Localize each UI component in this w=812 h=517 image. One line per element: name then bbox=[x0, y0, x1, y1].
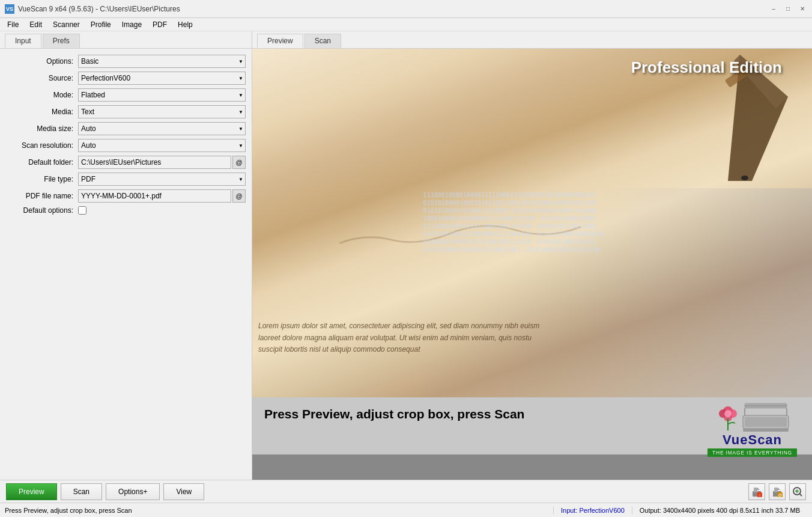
pdf-filename-select[interactable]: YYYY-MM-DD-0001+.pdf bbox=[78, 189, 231, 203]
close-button[interactable]: ✕ bbox=[798, 4, 807, 14]
app-icon: VS bbox=[5, 4, 14, 14]
pdf-filename-select-wrap: YYYY-MM-DD-0001+.pdf bbox=[78, 189, 231, 203]
main-layout: Input Prefs Options: Basic Advanced ▼ So… bbox=[0, 31, 812, 480]
preview-tabs: Preview Scan bbox=[252, 31, 812, 49]
preview-image: Professional Edition Lorem ipsum dolor s… bbox=[252, 49, 812, 397]
file-type-select-wrap: PDF JPEG TIFF PNG ▼ bbox=[78, 173, 246, 186]
options-select-wrap: Basic Advanced ▼ bbox=[78, 55, 246, 68]
preview-tab-scan[interactable]: Scan bbox=[304, 34, 341, 48]
mode-select[interactable]: Flatbed Transparency ADF bbox=[78, 88, 246, 102]
pdf-filename-label: PDF file name: bbox=[6, 192, 78, 200]
scan-to-file-button[interactable]: ↓ bbox=[748, 483, 765, 500]
file-type-select[interactable]: PDF JPEG TIFF PNG bbox=[78, 173, 246, 186]
svg-marker-19 bbox=[757, 488, 760, 490]
default-folder-select-wrap: C:\Users\IEUser\Pictures bbox=[78, 156, 231, 169]
media-size-row: Media size: Auto Letter Legal A4 ▼ bbox=[6, 122, 246, 135]
svg-marker-24 bbox=[778, 488, 780, 490]
options-plus-button[interactable]: Options+ bbox=[106, 483, 160, 500]
zoom-button[interactable] bbox=[789, 483, 806, 500]
svg-rect-13 bbox=[745, 417, 787, 427]
svg-rect-23 bbox=[774, 488, 778, 492]
file-type-row: File type: PDF JPEG TIFF PNG ▼ bbox=[6, 173, 246, 186]
media-row: Media: Text Photo Slide Negative ▼ bbox=[6, 105, 246, 118]
statusbar-right: Output: 3400x4400 pixels 400 dpi 8.5x11 … bbox=[632, 507, 807, 514]
media-label: Media: bbox=[6, 108, 78, 116]
pdf-filename-row: PDF file name: YYYY-MM-DD-0001+.pdf @ bbox=[6, 189, 246, 203]
media-select[interactable]: Text Photo Slide Negative bbox=[78, 105, 246, 118]
preview-button[interactable]: Preview bbox=[6, 483, 57, 500]
svg-rect-14 bbox=[743, 429, 789, 432]
svg-text:↓: ↓ bbox=[759, 493, 761, 497]
preview-tab-preview[interactable]: Preview bbox=[257, 34, 303, 48]
default-options-checkbox[interactable] bbox=[78, 206, 86, 215]
preview-bottom: Press Preview, adjust crop box, press Sc… bbox=[252, 397, 812, 454]
vuescan-logo-img bbox=[715, 400, 790, 433]
binary-overlay: 1110001000010000111110001101001010101000… bbox=[420, 188, 812, 397]
vuescan-logo-area: VueScan THE IMAGE IS EVERYTHING bbox=[707, 400, 797, 457]
titlebar: VS VueScan 9 x64 (9.5.63) - C:\Users\IEU… bbox=[0, 0, 812, 18]
media-size-label: Media size: bbox=[6, 124, 78, 133]
view-button[interactable]: View bbox=[163, 483, 204, 500]
options-select[interactable]: Basic Advanced bbox=[78, 55, 246, 68]
left-tabs: Input Prefs bbox=[0, 31, 252, 49]
default-folder-select[interactable]: C:\Users\IEUser\Pictures bbox=[78, 156, 231, 169]
default-folder-row: Default folder: C:\Users\IEUser\Pictures… bbox=[6, 156, 246, 169]
window-title: VueScan 9 x64 (9.5.63) - C:\Users\IEUser… bbox=[18, 5, 180, 13]
menu-image[interactable]: Image bbox=[117, 19, 147, 30]
scan-to-email-button[interactable]: @ bbox=[769, 483, 786, 500]
left-panel: Input Prefs Options: Basic Advanced ▼ So… bbox=[0, 31, 252, 480]
menu-file[interactable]: File bbox=[2, 19, 23, 30]
vuescan-slogan: THE IMAGE IS EVERYTHING bbox=[707, 448, 797, 457]
tab-prefs[interactable]: Prefs bbox=[43, 34, 80, 48]
scan-resolution-label: Scan resolution: bbox=[6, 141, 78, 150]
svg-line-28 bbox=[800, 494, 802, 496]
statusbar: Press Preview, adjust crop box, press Sc… bbox=[0, 503, 812, 517]
menu-pdf[interactable]: PDF bbox=[148, 19, 172, 30]
scan-resolution-select[interactable]: Auto 75 150 300 600 1200 bbox=[78, 139, 246, 152]
default-folder-label: Default folder: bbox=[6, 158, 78, 167]
preview-area: Professional Edition Lorem ipsum dolor s… bbox=[252, 49, 812, 480]
scanner-icon bbox=[742, 400, 790, 433]
pdf-filename-wrap: YYYY-MM-DD-0001+.pdf @ bbox=[78, 189, 246, 203]
mode-select-wrap: Flatbed Transparency ADF ▼ bbox=[78, 88, 246, 102]
options-label: Options: bbox=[6, 57, 78, 66]
default-options-label: Default options: bbox=[6, 206, 78, 215]
vuescan-brand-name: VueScan bbox=[723, 432, 782, 448]
menu-help[interactable]: Help bbox=[173, 19, 198, 30]
statusbar-left: Press Preview, adjust crop box, press Sc… bbox=[5, 507, 553, 514]
default-options-row: Default options: bbox=[6, 206, 246, 215]
minimize-button[interactable]: – bbox=[769, 4, 778, 14]
scan-visual: Professional Edition Lorem ipsum dolor s… bbox=[252, 49, 812, 397]
source-row: Source: PerfectionV600 ▼ bbox=[6, 72, 246, 85]
right-panel: Preview Scan bbox=[252, 31, 812, 480]
source-select-wrap: PerfectionV600 ▼ bbox=[78, 72, 246, 85]
scan-resolution-row: Scan resolution: Auto 75 150 300 600 120… bbox=[6, 139, 246, 152]
pdf-filename-at-button[interactable]: @ bbox=[232, 189, 246, 203]
scan-button[interactable]: Scan bbox=[61, 483, 102, 500]
window-controls[interactable]: – □ ✕ bbox=[769, 4, 807, 14]
svg-rect-18 bbox=[754, 488, 757, 492]
menu-profile[interactable]: Profile bbox=[86, 19, 116, 30]
menubar: File Edit Scanner Profile Image PDF Help bbox=[0, 18, 812, 31]
default-folder-at-button[interactable]: @ bbox=[232, 156, 246, 169]
tab-input[interactable]: Input bbox=[5, 34, 41, 48]
media-size-select-wrap: Auto Letter Legal A4 ▼ bbox=[78, 122, 246, 135]
scan-resolution-select-wrap: Auto 75 150 300 600 1200 ▼ bbox=[78, 139, 246, 152]
default-folder-wrap: C:\Users\IEUser\Pictures @ bbox=[78, 156, 246, 169]
source-label: Source: bbox=[6, 74, 78, 82]
source-select[interactable]: PerfectionV600 bbox=[78, 72, 246, 85]
svg-text:@: @ bbox=[778, 493, 783, 497]
media-size-select[interactable]: Auto Letter Legal A4 bbox=[78, 122, 246, 135]
pro-edition-text: Professional Edition bbox=[631, 58, 782, 77]
titlebar-left: VS VueScan 9 x64 (9.5.63) - C:\Users\IEU… bbox=[5, 4, 180, 14]
mode-row: Mode: Flatbed Transparency ADF ▼ bbox=[6, 88, 246, 102]
maximize-button[interactable]: □ bbox=[783, 4, 793, 14]
input-form: Options: Basic Advanced ▼ Source: Perfec… bbox=[0, 49, 252, 480]
svg-point-2 bbox=[741, 176, 748, 180]
file-type-label: File type: bbox=[6, 175, 78, 183]
menu-scanner[interactable]: Scanner bbox=[48, 19, 85, 30]
flower-icon bbox=[715, 400, 742, 433]
svg-point-8 bbox=[724, 410, 732, 417]
menu-edit[interactable]: Edit bbox=[25, 19, 47, 30]
media-select-wrap: Text Photo Slide Negative ▼ bbox=[78, 105, 246, 118]
